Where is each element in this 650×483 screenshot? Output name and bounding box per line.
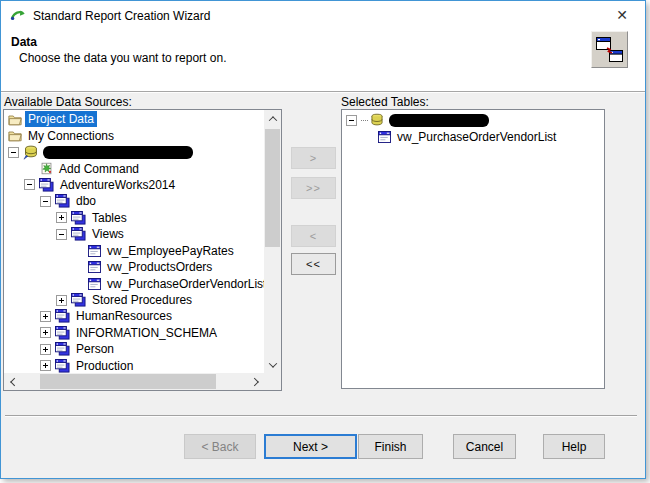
collapse-toggle-icon[interactable] — [346, 115, 357, 126]
expand-toggle-icon[interactable] — [40, 327, 51, 338]
tree-item-label: HumanResources — [73, 308, 175, 324]
selected-tables-panel: vw_PurchaseOrderVendorList — [341, 109, 605, 389]
tables-stack-icon — [55, 342, 70, 356]
move-right-button[interactable]: > — [291, 147, 336, 169]
tree-item-tables[interactable]: Tables — [4, 210, 264, 226]
tree-item-adventureworks2014[interactable]: AdventureWorks2014 — [4, 177, 264, 193]
vertical-scrollbar-thumb[interactable] — [265, 129, 280, 247]
tables-stack-icon — [71, 227, 86, 241]
tree-item-label: Views — [89, 226, 127, 242]
tree-item-label: vw_PurchaseOrderVendorList — [394, 129, 559, 145]
tree-item-person[interactable]: Person — [4, 341, 264, 357]
collapse-toggle-icon[interactable] — [24, 179, 35, 190]
chevron-left-icon — [10, 377, 18, 385]
move-all-right-button[interactable]: >> — [291, 177, 336, 199]
tree-item-label: Add Command — [56, 161, 142, 177]
expand-toggle-icon[interactable] — [56, 295, 67, 306]
horizontal-scrollbar-thumb[interactable] — [40, 374, 216, 389]
tree-item-vw-productsorders[interactable]: vw_ProductsOrders — [4, 259, 264, 275]
table-icon — [88, 261, 101, 273]
close-button[interactable]: ✕ — [601, 1, 643, 29]
tree-item-label: INFORMATION_SCHEMA — [73, 325, 220, 341]
folder-icon — [8, 129, 22, 142]
vertical-scrollbar[interactable] — [264, 110, 281, 373]
tree-item-label: Person — [73, 341, 117, 357]
table-icon — [88, 278, 101, 290]
tree-item-project-data[interactable]: Project Data — [4, 111, 264, 127]
redacted-text — [43, 146, 193, 159]
collapse-toggle-icon[interactable] — [56, 229, 67, 240]
expand-toggle-icon[interactable] — [56, 212, 67, 223]
tree-item-stored-procedures[interactable]: Stored Procedures — [4, 292, 264, 308]
table-icon — [88, 245, 101, 257]
scroll-left-button[interactable] — [4, 373, 21, 390]
collapse-toggle-icon[interactable] — [8, 147, 19, 158]
tree-item-label: Tables — [89, 210, 130, 226]
tables-stack-icon — [71, 211, 86, 225]
tables-stack-icon — [55, 309, 70, 323]
tree-item-label: Stored Procedures — [89, 292, 195, 308]
tree-item-vw-purchaseordervendorlist[interactable]: vw_PurchaseOrderVendorList — [342, 128, 604, 144]
tree-item-production[interactable]: Production — [4, 358, 264, 373]
expand-toggle-icon[interactable] — [40, 344, 51, 355]
tree-item-label: My Connections — [25, 128, 117, 144]
app-icon — [10, 7, 26, 23]
tree-item-vw-employeepayrates[interactable]: vw_EmployeePayRates — [4, 243, 264, 259]
selected-tables-tree: vw_PurchaseOrderVendorList — [342, 112, 604, 388]
help-button[interactable]: Help — [543, 434, 605, 459]
titlebar[interactable]: Standard Report Creation Wizard ✕ — [1, 1, 645, 30]
finish-button[interactable]: Finish — [358, 434, 423, 459]
tree-item-label: dbo — [73, 193, 99, 209]
available-sources-tree: Project DataMy ConnectionsAdd CommandAdv… — [4, 111, 264, 373]
tree-item-label: AdventureWorks2014 — [57, 177, 178, 193]
footer-divider — [5, 415, 637, 417]
tables-stack-icon — [71, 293, 86, 307]
next-button[interactable]: Next > — [264, 434, 357, 459]
cancel-button[interactable]: Cancel — [453, 434, 516, 459]
collapse-toggle-icon[interactable] — [40, 196, 51, 207]
scrollbar-corner — [264, 373, 281, 390]
database-icon — [370, 113, 384, 127]
tree-connector — [361, 120, 368, 121]
tree-item-my-connections[interactable]: My Connections — [4, 127, 264, 143]
move-all-left-button[interactable]: << — [291, 253, 336, 275]
tree-item-dbo[interactable]: dbo — [4, 193, 264, 209]
table-icon — [378, 131, 391, 143]
step-subtitle: Choose the data you want to report on. — [19, 51, 226, 65]
expand-toggle-icon[interactable] — [40, 311, 51, 322]
tree-item-redacted[interactable] — [4, 144, 264, 160]
selected-tables-label: Selected Tables: — [341, 95, 429, 109]
tree-item-label: vw_ProductsOrders — [104, 259, 215, 275]
linked-server-database-icon — [23, 145, 38, 160]
tree-item-label: Project Data — [25, 111, 97, 127]
scroll-down-button[interactable] — [264, 356, 281, 373]
back-button[interactable]: < Back — [184, 434, 256, 459]
linked-tables-icon — [591, 31, 628, 68]
redacted-text — [389, 114, 489, 127]
chevron-up-icon — [268, 116, 276, 124]
tables-stack-icon — [39, 178, 54, 192]
scroll-up-button[interactable] — [264, 110, 281, 127]
chevron-down-icon — [268, 359, 276, 367]
tree-item-label: Production — [73, 358, 136, 373]
move-left-button[interactable]: < — [291, 225, 336, 247]
available-sources-label: Available Data Sources: — [4, 95, 132, 109]
tables-stack-icon — [55, 326, 70, 340]
tree-item-add-command[interactable]: Add Command — [4, 160, 264, 176]
add-command-icon — [40, 162, 53, 175]
tree-item-label: vw_EmployeePayRates — [104, 243, 237, 259]
folder-icon — [8, 113, 22, 126]
tree-item-vw-purchaseordervendorlist[interactable]: vw_PurchaseOrderVendorList — [4, 275, 264, 291]
expand-toggle-icon[interactable] — [40, 360, 51, 371]
tree-item-information-schema[interactable]: INFORMATION_SCHEMA — [4, 325, 264, 341]
wizard-step-header: Data Choose the data you want to report … — [1, 30, 645, 92]
wizard-window: Standard Report Creation Wizard ✕ Data C… — [0, 0, 646, 479]
tree-item-views[interactable]: Views — [4, 226, 264, 242]
tables-stack-icon — [55, 359, 70, 373]
tree-item-redacted[interactable] — [342, 112, 604, 128]
scroll-right-button[interactable] — [247, 373, 264, 390]
tree-item-humanresources[interactable]: HumanResources — [4, 308, 264, 324]
tables-stack-icon — [55, 194, 70, 208]
horizontal-scrollbar[interactable] — [4, 373, 264, 390]
available-sources-panel: Project DataMy ConnectionsAdd CommandAdv… — [3, 109, 282, 391]
